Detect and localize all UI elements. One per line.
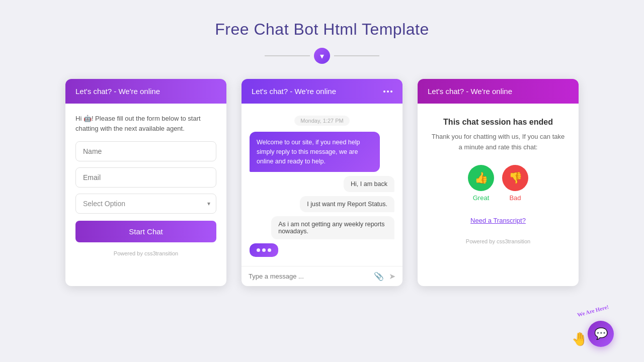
chat-timestamp: Monday, 1:27 PM	[294, 116, 349, 126]
card3-header-label: Let's chat? - We're online	[428, 87, 512, 96]
chat-float-button[interactable]: 💬	[588, 321, 614, 347]
thumbs-up-icon: 👍	[468, 165, 494, 191]
chat-float-icon: 💬	[594, 327, 608, 340]
card1-header-label: Let's chat? - We're online	[75, 87, 160, 96]
attachment-icon[interactable]: 📎	[374, 272, 384, 281]
menu-dots-icon[interactable]	[383, 90, 392, 93]
card2-header: Let's chat? - We're online	[242, 79, 403, 104]
user-message-2-text: I just want my Report Status.	[307, 201, 387, 208]
typing-indicator	[250, 243, 278, 257]
card1-body: Hi 🤖! Please fill out the form below to …	[65, 104, 226, 266]
divider: ▾	[0, 48, 644, 64]
user-message-1: Hi, I am back	[344, 176, 394, 192]
we-are-here-label: We Are Here!	[576, 304, 609, 318]
name-input[interactable]	[75, 141, 216, 161]
topic-select[interactable]: Select OptionReport StatusTechnical Supp…	[75, 194, 216, 214]
bot-message-text: Welcome to our site, if you need help si…	[257, 139, 360, 165]
transcript-link[interactable]: Need a Transcript?	[430, 217, 567, 224]
divider-line-right	[334, 55, 379, 56]
card2-header-label: Let's chat? - We're online	[252, 87, 336, 96]
card3-body: This chat session has ended Thank you fo…	[418, 104, 579, 254]
user-message-3: As i am not getting any weekly reports n…	[271, 216, 394, 239]
great-label: Great	[473, 194, 490, 202]
card1-intro-text: Hi 🤖! Please fill out the form below to …	[75, 114, 216, 133]
message-input[interactable]	[249, 273, 369, 280]
messages-container: Monday, 1:27 PM Welcome to our site, if …	[250, 111, 394, 262]
card-chat: Let's chat? - We're online Monday, 1:27 …	[242, 79, 403, 286]
page-title: Free Chat Bot Html Template	[0, 0, 644, 39]
card1-header: Let's chat? - We're online	[65, 79, 226, 104]
bad-label: Bad	[509, 194, 521, 202]
email-input[interactable]	[75, 167, 216, 188]
user-message-2: I just want my Report Status.	[300, 196, 394, 212]
hand-icon: 🤚	[572, 331, 588, 347]
card2-body: Monday, 1:27 PM Welcome to our site, if …	[242, 104, 403, 266]
cards-container: Let's chat? - We're online Hi 🤖! Please …	[0, 79, 644, 286]
session-ended-subtitle: Thank you for chatting with us, If you c…	[430, 132, 567, 153]
start-chat-button[interactable]: Start Chat	[75, 221, 216, 242]
card3-header: Let's chat? - We're online	[418, 79, 579, 104]
user-message-1-text: Hi, I am back	[351, 180, 387, 188]
card1-powered: Powered by css3transition	[75, 250, 216, 256]
chat-footer: 📎 ➤	[242, 266, 403, 286]
rating-row: 👍 Great 👎 Bad	[430, 165, 567, 202]
divider-icon: ▾	[314, 48, 330, 64]
select-wrapper: Select OptionReport StatusTechnical Supp…	[75, 194, 216, 214]
send-icon[interactable]: ➤	[389, 272, 395, 281]
floating-area: We Are Here! 🤚 💬	[572, 321, 614, 347]
divider-line-left	[265, 55, 310, 56]
user-message-3-text: As i am not getting any weekly reports n…	[278, 221, 384, 235]
session-ended-title: This chat session has ended	[430, 118, 567, 127]
bad-rating-button[interactable]: 👎 Bad	[502, 165, 528, 202]
thumbs-down-icon: 👎	[502, 165, 528, 191]
card-session-ended: Let's chat? - We're online This chat ses…	[418, 79, 579, 286]
bot-message-bubble: Welcome to our site, if you need help si…	[250, 132, 380, 172]
card3-powered: Powered by css3transition	[430, 238, 567, 244]
great-rating-button[interactable]: 👍 Great	[468, 165, 494, 202]
card-registration: Let's chat? - We're online Hi 🤖! Please …	[65, 79, 226, 286]
